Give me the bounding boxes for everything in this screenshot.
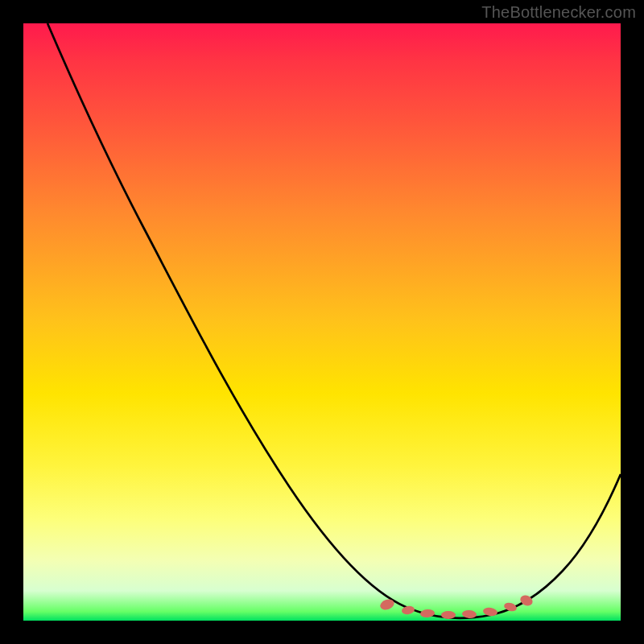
- chart-frame: TheBottlenecker.com: [0, 0, 644, 644]
- svg-point-2: [420, 609, 436, 617]
- curve-layer: [23, 23, 621, 621]
- attribution-label: TheBottlenecker.com: [481, 3, 636, 22]
- bottleneck-curve: [47, 23, 621, 618]
- svg-point-3: [441, 611, 456, 619]
- svg-point-7: [518, 593, 535, 608]
- plot-area: [23, 23, 621, 621]
